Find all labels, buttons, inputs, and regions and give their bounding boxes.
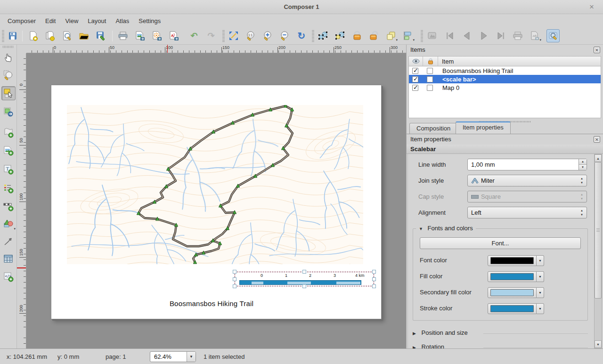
preview-atlas-button[interactable] xyxy=(425,29,439,42)
scroll-down-icon[interactable]: ▼ xyxy=(595,340,602,348)
font-color-dropdown-icon[interactable]: ▼ xyxy=(537,255,544,266)
refresh-button[interactable]: ↻ xyxy=(295,29,308,42)
item-properties-close-icon[interactable]: ✕ xyxy=(594,136,600,143)
lock-checkbox[interactable] xyxy=(427,76,433,82)
align-items-button[interactable]: ▾ xyxy=(401,29,415,42)
atlas-settings-button[interactable] xyxy=(546,29,560,42)
open-button[interactable] xyxy=(77,29,90,42)
raise-items-button[interactable]: ▾ xyxy=(384,29,398,42)
secondary-fill-color-button[interactable] xyxy=(488,287,537,298)
fill-color-button[interactable] xyxy=(488,271,537,282)
menu-settings[interactable]: Settings xyxy=(134,16,165,26)
fonts-and-colors-header[interactable]: ▼ Fonts and colors xyxy=(416,225,476,232)
save-as-button[interactable] xyxy=(94,29,107,42)
properties-scrollbar[interactable]: ▲ ▼ xyxy=(594,154,602,348)
font-color-button[interactable] xyxy=(488,255,537,266)
add-new-scalebar-button[interactable] xyxy=(1,199,16,213)
export-atlas-button[interactable]: ▾ xyxy=(528,29,541,42)
new-composition-button[interactable] xyxy=(26,29,40,42)
items-row-scalebar[interactable]: <scale bar> xyxy=(409,75,601,83)
visibility-checkbox[interactable] xyxy=(412,76,418,82)
composition-canvas[interactable]: 0 1 2 3 4 km Boosmansbos Hiking Trail xyxy=(26,53,406,348)
resize-handle-se[interactable] xyxy=(372,284,376,288)
undo-button[interactable]: ↶ xyxy=(187,29,201,42)
toolbar-drag-handle[interactable] xyxy=(222,30,225,42)
zoom-in-button[interactable] xyxy=(261,29,274,42)
resize-handle-n[interactable] xyxy=(302,270,306,274)
visibility-checkbox[interactable] xyxy=(412,85,418,91)
rotation-header[interactable]: ▶ Rotation xyxy=(413,343,588,348)
stroke-color-dropdown-icon[interactable]: ▼ xyxy=(537,303,544,314)
select-all-items-button[interactable] xyxy=(317,29,330,42)
resize-handle-w[interactable] xyxy=(233,277,236,281)
window-close-icon[interactable]: × xyxy=(587,2,596,12)
add-arrow-button[interactable] xyxy=(1,234,16,248)
invert-selection-button[interactable] xyxy=(334,29,347,42)
lock-items-button[interactable] xyxy=(350,29,364,42)
tab-composition[interactable]: Composition xyxy=(409,123,457,134)
zoom-actual-size-button[interactable]: 1:1 xyxy=(244,29,257,42)
first-feature-button[interactable] xyxy=(443,29,456,42)
toolbar-drag-handle[interactable] xyxy=(2,30,4,42)
menu-composer[interactable]: Composer xyxy=(3,16,41,26)
last-feature-button[interactable] xyxy=(494,29,507,42)
duplicate-composition-button[interactable] xyxy=(43,29,57,42)
menu-layout[interactable]: Layout xyxy=(83,16,111,26)
tab-item-properties[interactable]: Item properties xyxy=(456,121,511,134)
print-atlas-button[interactable] xyxy=(511,29,524,42)
resize-handle-ne[interactable] xyxy=(372,270,376,274)
items-row-map0[interactable]: Map 0 xyxy=(409,83,601,92)
join-style-combobox[interactable]: Miter ▲▼ xyxy=(467,175,587,186)
move-item-content-tool-button[interactable] xyxy=(1,105,16,119)
add-image-button[interactable] xyxy=(1,144,16,158)
resize-handle-sw[interactable] xyxy=(233,284,236,288)
fill-color-dropdown-icon[interactable]: ▼ xyxy=(537,271,544,282)
redo-button[interactable]: ↷ xyxy=(204,29,218,42)
add-new-legend-button[interactable] xyxy=(1,181,16,195)
previous-feature-button[interactable] xyxy=(460,29,473,42)
menu-atlas[interactable]: Atlas xyxy=(111,16,134,26)
font-button[interactable]: Font... xyxy=(420,237,581,249)
secondary-fill-color-dropdown-icon[interactable]: ▼ xyxy=(537,287,544,298)
window-titlebar[interactable]: Composer 1 × xyxy=(0,0,603,14)
toolbar-drag-handle[interactable] xyxy=(3,46,14,48)
add-html-frame-button[interactable]: </> xyxy=(1,270,16,284)
zoom-level-combobox[interactable]: 62.4% ▼ xyxy=(150,351,196,362)
lock-checkbox[interactable] xyxy=(427,85,433,91)
lock-checkbox[interactable] xyxy=(427,68,433,74)
export-svg-button[interactable] xyxy=(150,29,163,42)
composition-page[interactable]: 0 1 2 3 4 km Boosmansbos Hiking Trail xyxy=(51,85,382,319)
select-move-item-tool-button[interactable] xyxy=(1,86,16,100)
items-row-map-label[interactable]: Boosmansbos Hiking Trail xyxy=(409,66,601,75)
add-basic-shape-button[interactable]: ▾ xyxy=(1,217,16,231)
items-panel-close-icon[interactable]: ✕ xyxy=(594,47,600,53)
composer-manager-button[interactable] xyxy=(60,29,73,42)
next-feature-button[interactable] xyxy=(477,29,490,42)
toolbar-drag-handle[interactable] xyxy=(421,30,423,42)
scrollbar-thumb[interactable] xyxy=(595,162,602,299)
position-and-size-header[interactable]: ▶ Position and size xyxy=(413,329,588,338)
save-project-button[interactable] xyxy=(6,29,19,42)
print-button[interactable] xyxy=(116,29,130,42)
resize-handle-e[interactable] xyxy=(372,277,376,281)
zoom-full-button[interactable] xyxy=(227,29,240,42)
zoom-out-button[interactable] xyxy=(278,29,291,42)
visibility-checkbox[interactable] xyxy=(412,68,418,74)
add-new-label-button[interactable]: T xyxy=(1,162,16,177)
unlock-items-button[interactable] xyxy=(367,29,381,42)
resize-handle-s[interactable] xyxy=(302,284,306,288)
add-attribute-table-button[interactable] xyxy=(1,252,16,266)
menu-edit[interactable]: Edit xyxy=(41,16,60,26)
map-title-label-item[interactable]: Boosmansbos Hiking Trail xyxy=(117,299,306,307)
scalebar-item[interactable]: 0 1 2 3 4 km xyxy=(235,272,374,286)
resize-handle-nw[interactable] xyxy=(233,270,236,274)
zoom-tool-button[interactable] xyxy=(1,68,16,82)
map-item[interactable] xyxy=(67,105,363,264)
add-new-map-button[interactable] xyxy=(1,126,16,140)
toolbar-drag-handle[interactable] xyxy=(312,30,314,42)
alignment-combobox[interactable]: Left ▲▼ xyxy=(467,207,587,218)
export-pdf-button[interactable]: A xyxy=(167,29,180,42)
stroke-color-button[interactable] xyxy=(488,303,537,314)
items-list[interactable]: Boosmansbos Hiking Trail <scale bar> Map… xyxy=(408,66,601,118)
line-width-spinbox[interactable]: 1,00 mm ▲▼ xyxy=(467,159,587,170)
